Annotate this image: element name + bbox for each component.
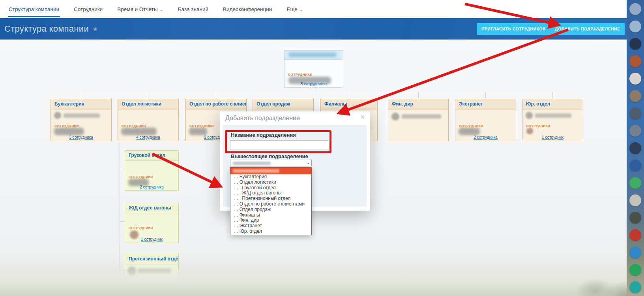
tab-employees[interactable]: Сотрудники: [74, 0, 103, 18]
chevron-down-icon: ⌄: [159, 7, 163, 12]
department-title: Фин. дир: [388, 99, 448, 109]
department-card[interactable]: Отдел логистики СОТРУДНИКИ 4 сотрудника: [118, 99, 179, 141]
department-title: Экстранет: [455, 99, 516, 109]
tab-label: База знаний: [178, 6, 208, 12]
employees-label: СОТРУДНИКИ: [129, 226, 153, 230]
user-avatar[interactable]: [629, 212, 641, 224]
dropdown-option[interactable]: . . Бухгалтерия: [230, 174, 311, 180]
employees-label: СОТРУДНИКИ: [288, 73, 313, 77]
dropdown-option[interactable]: . . . Ж/Д отдел вагоны: [230, 190, 311, 196]
user-avatar[interactable]: [629, 21, 641, 32]
manager-avatar-blurred: [391, 113, 399, 121]
selected-value-blurred: [233, 162, 271, 165]
tab-label: Еще: [286, 6, 297, 12]
user-avatar[interactable]: [629, 177, 641, 189]
user-avatar[interactable]: [629, 125, 641, 137]
user-avatar[interactable]: [629, 194, 641, 206]
employee-avatars-blurred: [189, 128, 207, 135]
user-avatar[interactable]: [629, 229, 641, 241]
company-root-card[interactable]: СОТРУДНИКИ 5 сотрудников: [284, 50, 343, 88]
department-title: Грузовой отдел: [125, 151, 178, 161]
tab-company-structure[interactable]: Структура компании: [9, 0, 59, 18]
dropdown-option-highlighted[interactable]: [230, 168, 311, 174]
manager-avatar-blurred: [127, 267, 136, 275]
user-avatar[interactable]: [629, 160, 641, 172]
tab-video-conferences[interactable]: Видеоконференции: [223, 0, 272, 18]
employees-count-link[interactable]: 3 сотрудника: [51, 135, 111, 140]
add-department-button[interactable]: ДОБАВИТЬ ПОДРАЗДЕЛЕНИЕ: [550, 23, 625, 35]
connector-line: [81, 92, 552, 92]
dropdown-option[interactable]: . . Юр. отдел: [230, 229, 311, 234]
connector-line: [120, 141, 120, 273]
department-title: Отдел продаж: [253, 99, 313, 109]
employees-count-link[interactable]: 2 сотрудника: [455, 135, 516, 140]
dropdown-option[interactable]: . . Отдел продаж: [230, 207, 311, 213]
page-header: Структура компании ★ ПРИГЛАСИТЬ СОТРУДНИ…: [0, 18, 627, 40]
dropdown-option[interactable]: . . Филиалы: [230, 213, 311, 218]
department-title: Ж/Д отдел вагоны: [125, 203, 178, 213]
employees-count-link[interactable]: 2 сотрудника: [125, 185, 178, 189]
employees-count-link[interactable]: 1 сотрудник: [125, 237, 178, 241]
user-avatar[interactable]: [629, 38, 641, 50]
background-photo-fade: [0, 258, 627, 296]
employee-avatars-blurred: [459, 128, 480, 135]
tab-label: Сотрудники: [74, 6, 103, 12]
manager-name-blurred: [64, 113, 100, 118]
close-icon[interactable]: ×: [360, 113, 365, 121]
connector-line: [552, 92, 553, 99]
employee-avatars-blurred: [526, 128, 533, 134]
department-card[interactable]: Юр. отдел СОТРУДНИКИ 1 сотрудник: [522, 99, 583, 141]
department-name-input[interactable]: [230, 140, 329, 149]
employees-count-link[interactable]: 4 сотрудника: [118, 135, 178, 140]
department-card[interactable]: Фин. дир: [388, 99, 449, 141]
parent-department-label: Вышестоящее подразделение: [231, 153, 308, 159]
dropdown-option[interactable]: . . Отдел по работе с клиентами: [230, 202, 311, 207]
department-card[interactable]: Бухгалтерия СОТРУДНИКИ 3 сотрудника: [51, 99, 112, 141]
manager-avatar-blurred: [54, 112, 61, 119]
parent-department-select[interactable]: ⌄: [230, 160, 312, 166]
sub-department-card[interactable]: Ж/Д отдел вагоны СОТРУДНИКИ 1 сотрудник: [125, 203, 179, 243]
tab-more[interactable]: Еще ⌄: [286, 0, 303, 18]
tab-label: Видеоконференции: [223, 6, 272, 12]
messenger-sidebar: [627, 0, 644, 296]
user-avatar[interactable]: [629, 90, 641, 102]
department-name-label: Название подразделения: [231, 132, 296, 138]
select-chevron-icon: ⌄: [307, 160, 310, 165]
invite-employees-button[interactable]: ПРИГЛАСИТЬ СОТРУДНИКОВ: [477, 23, 550, 35]
manager-name-blurred: [535, 113, 571, 118]
tab-time-reports[interactable]: Время и Отчеты ⌄: [117, 0, 163, 18]
department-title: Отдел логистики: [118, 99, 178, 109]
page-title: Структура компании ★: [4, 24, 98, 34]
modal-title: Добавить подразделение: [225, 115, 300, 122]
top-nav: Структура компании Сотрудники Время и От…: [0, 0, 627, 18]
connector-line: [216, 92, 216, 99]
dropdown-option[interactable]: . . Фин. дир: [230, 218, 311, 223]
user-avatar[interactable]: [629, 281, 641, 293]
tab-label: Время и Отчеты: [117, 6, 157, 12]
manager-name-blurred: [138, 268, 171, 273]
user-avatar[interactable]: [629, 264, 641, 276]
dropdown-option[interactable]: . . . Претензионный отдел: [230, 196, 311, 202]
dropdown-option[interactable]: . . . Грузовой отдел: [230, 185, 311, 191]
dropdown-option[interactable]: . . Отдел логистики: [230, 180, 311, 185]
favorite-star-icon[interactable]: ★: [92, 25, 98, 33]
dropdown-option[interactable]: . . Экстранет: [230, 223, 311, 229]
user-avatar[interactable]: [629, 3, 641, 15]
user-avatar[interactable]: [629, 142, 641, 154]
connector-line: [81, 92, 81, 99]
connector-line: [148, 92, 148, 99]
employees-count-link[interactable]: 1 сотрудник: [522, 135, 583, 140]
user-avatar[interactable]: [629, 107, 641, 119]
department-title: Отдел по работе с клиента...: [186, 99, 246, 109]
employee-avatars-blurred: [121, 128, 157, 135]
sub-department-card[interactable]: Грузовой отдел СОТРУДНИКИ 2 сотрудника: [125, 150, 179, 191]
tab-knowledge-base[interactable]: База знаний: [178, 0, 208, 18]
sub-department-card[interactable]: Претензионный отдел: [125, 254, 179, 291]
user-avatar[interactable]: [629, 73, 641, 85]
parent-department-dropdown: . . Бухгалтерия . . Отдел логистики . . …: [230, 167, 312, 235]
employees-count-link[interactable]: 5 сотрудников: [285, 82, 343, 86]
department-card[interactable]: Экстранет СОТРУДНИКИ 2 сотрудника: [455, 99, 516, 141]
user-avatar[interactable]: [629, 247, 641, 258]
connector-line: [120, 273, 125, 273]
user-avatar[interactable]: [629, 55, 641, 67]
